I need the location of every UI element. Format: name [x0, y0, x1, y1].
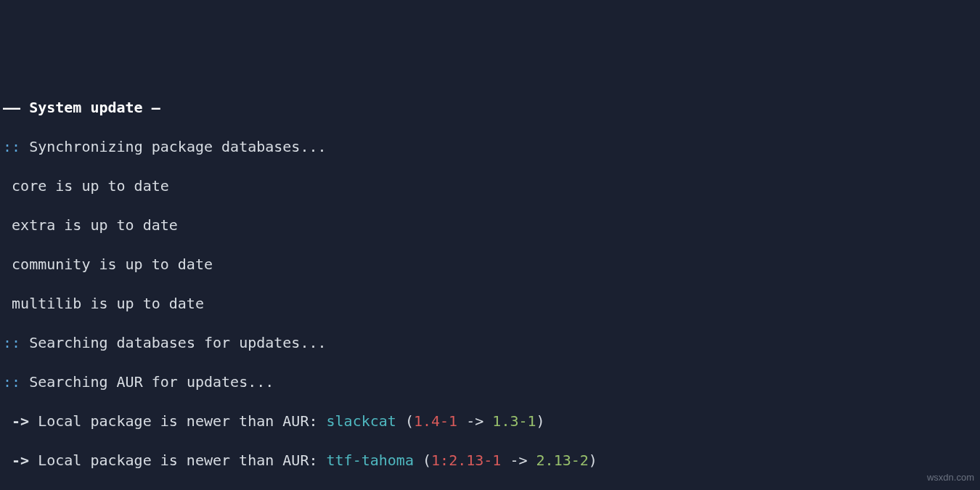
- line-multilib: multilib is up to date: [3, 294, 977, 314]
- line-newer-1: -> Local package is newer than AUR: ttf-…: [3, 451, 977, 470]
- line-sync: :: Synchronizing package databases...: [3, 137, 977, 157]
- terminal-output: —— System update — :: Synchronizing pack…: [0, 78, 980, 490]
- line-community: community is up to date: [3, 255, 977, 274]
- line-newer-0: -> Local package is newer than AUR: slac…: [3, 412, 977, 431]
- line-core: core is up to date: [3, 176, 977, 196]
- line-extra: extra is up to date: [3, 216, 977, 235]
- section-rule-system-update: —— System update —: [3, 98, 977, 118]
- line-search-aur: :: Searching AUR for updates...: [3, 372, 977, 392]
- watermark: wsxdn.com: [927, 467, 974, 487]
- line-search-db: :: Searching databases for updates...: [3, 333, 977, 353]
